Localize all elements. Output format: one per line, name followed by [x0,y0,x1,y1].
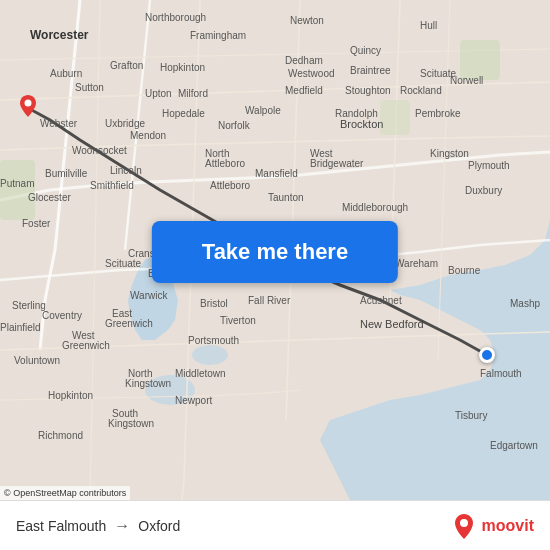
origin-marker [479,347,495,363]
moovit-pin-icon [450,512,478,540]
destination-label: Oxford [138,518,180,534]
svg-point-6 [25,100,32,107]
svg-rect-5 [380,100,410,135]
svg-rect-3 [0,160,35,220]
map-attribution: © OpenStreetMap contributors [0,486,130,500]
bottom-bar: East Falmouth → Oxford moovit [0,500,550,550]
svg-point-2 [192,345,228,365]
svg-point-7 [460,519,468,527]
moovit-logo: moovit [450,512,534,540]
moovit-brand-text: moovit [482,517,534,535]
svg-rect-4 [460,40,500,80]
arrow-icon: → [114,517,130,535]
destination-marker [20,95,36,121]
take-me-there-button[interactable]: Take me there [152,221,398,283]
map-container: WorcesterNorthboroughFraminghamNewtonHul… [0,0,550,500]
origin-label: East Falmouth [16,518,106,534]
route-info: East Falmouth → Oxford [16,517,180,535]
